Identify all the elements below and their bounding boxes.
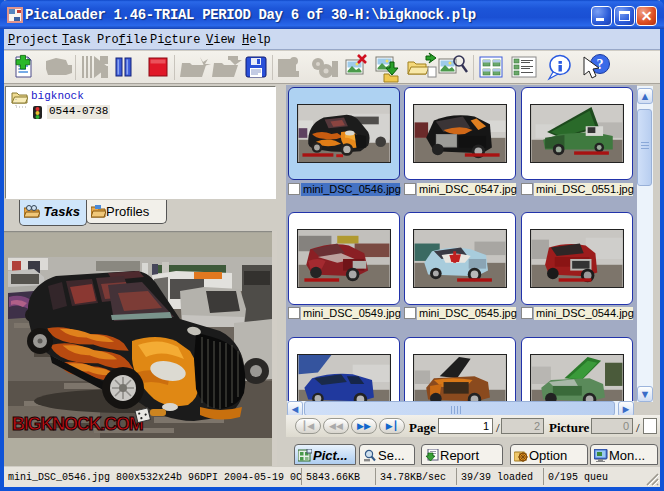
svg-text:?: ? — [597, 57, 604, 72]
svg-text:BIGKNOCK.COM: BIGKNOCK.COM — [12, 414, 143, 434]
